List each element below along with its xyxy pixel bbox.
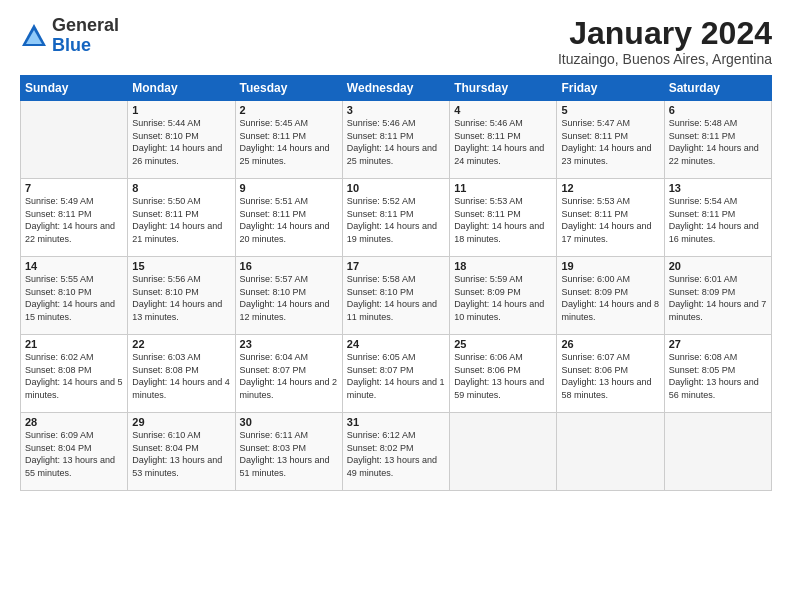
weekday-header: Saturday [664, 76, 771, 101]
calendar-cell: 5Sunrise: 5:47 AMSunset: 8:11 PMDaylight… [557, 101, 664, 179]
calendar-cell [21, 101, 128, 179]
logo: General Blue [20, 16, 119, 56]
day-info: Sunrise: 5:46 AMSunset: 8:11 PMDaylight:… [454, 117, 552, 167]
day-number: 14 [25, 260, 123, 272]
day-number: 18 [454, 260, 552, 272]
calendar-cell: 14Sunrise: 5:55 AMSunset: 8:10 PMDayligh… [21, 257, 128, 335]
day-info: Sunrise: 6:10 AMSunset: 8:04 PMDaylight:… [132, 429, 230, 479]
weekday-header: Wednesday [342, 76, 449, 101]
day-info: Sunrise: 5:56 AMSunset: 8:10 PMDaylight:… [132, 273, 230, 323]
calendar-cell: 24Sunrise: 6:05 AMSunset: 8:07 PMDayligh… [342, 335, 449, 413]
day-info: Sunrise: 5:58 AMSunset: 8:10 PMDaylight:… [347, 273, 445, 323]
day-info: Sunrise: 5:48 AMSunset: 8:11 PMDaylight:… [669, 117, 767, 167]
day-info: Sunrise: 6:06 AMSunset: 8:06 PMDaylight:… [454, 351, 552, 401]
day-number: 22 [132, 338, 230, 350]
weekday-header: Tuesday [235, 76, 342, 101]
calendar-cell: 30Sunrise: 6:11 AMSunset: 8:03 PMDayligh… [235, 413, 342, 491]
calendar-cell: 23Sunrise: 6:04 AMSunset: 8:07 PMDayligh… [235, 335, 342, 413]
day-number: 31 [347, 416, 445, 428]
day-number: 28 [25, 416, 123, 428]
calendar-week-row: 1Sunrise: 5:44 AMSunset: 8:10 PMDaylight… [21, 101, 772, 179]
calendar-cell [664, 413, 771, 491]
day-info: Sunrise: 5:45 AMSunset: 8:11 PMDaylight:… [240, 117, 338, 167]
day-info: Sunrise: 5:44 AMSunset: 8:10 PMDaylight:… [132, 117, 230, 167]
day-info: Sunrise: 5:52 AMSunset: 8:11 PMDaylight:… [347, 195, 445, 245]
day-number: 16 [240, 260, 338, 272]
day-info: Sunrise: 6:12 AMSunset: 8:02 PMDaylight:… [347, 429, 445, 479]
calendar-cell [557, 413, 664, 491]
calendar-cell: 8Sunrise: 5:50 AMSunset: 8:11 PMDaylight… [128, 179, 235, 257]
logo-icon [20, 22, 48, 50]
day-info: Sunrise: 6:02 AMSunset: 8:08 PMDaylight:… [25, 351, 123, 401]
calendar-cell: 1Sunrise: 5:44 AMSunset: 8:10 PMDaylight… [128, 101, 235, 179]
logo-text: General Blue [52, 16, 119, 56]
day-number: 29 [132, 416, 230, 428]
calendar-cell: 28Sunrise: 6:09 AMSunset: 8:04 PMDayligh… [21, 413, 128, 491]
day-info: Sunrise: 5:51 AMSunset: 8:11 PMDaylight:… [240, 195, 338, 245]
day-info: Sunrise: 6:00 AMSunset: 8:09 PMDaylight:… [561, 273, 659, 323]
calendar-cell: 4Sunrise: 5:46 AMSunset: 8:11 PMDaylight… [450, 101, 557, 179]
calendar-cell: 25Sunrise: 6:06 AMSunset: 8:06 PMDayligh… [450, 335, 557, 413]
day-number: 12 [561, 182, 659, 194]
day-info: Sunrise: 6:04 AMSunset: 8:07 PMDaylight:… [240, 351, 338, 401]
calendar-cell: 15Sunrise: 5:56 AMSunset: 8:10 PMDayligh… [128, 257, 235, 335]
calendar-week-row: 28Sunrise: 6:09 AMSunset: 8:04 PMDayligh… [21, 413, 772, 491]
calendar-cell: 27Sunrise: 6:08 AMSunset: 8:05 PMDayligh… [664, 335, 771, 413]
day-info: Sunrise: 6:01 AMSunset: 8:09 PMDaylight:… [669, 273, 767, 323]
day-info: Sunrise: 5:50 AMSunset: 8:11 PMDaylight:… [132, 195, 230, 245]
day-info: Sunrise: 6:07 AMSunset: 8:06 PMDaylight:… [561, 351, 659, 401]
day-number: 23 [240, 338, 338, 350]
day-number: 2 [240, 104, 338, 116]
calendar-cell: 17Sunrise: 5:58 AMSunset: 8:10 PMDayligh… [342, 257, 449, 335]
calendar-cell: 10Sunrise: 5:52 AMSunset: 8:11 PMDayligh… [342, 179, 449, 257]
day-info: Sunrise: 6:09 AMSunset: 8:04 PMDaylight:… [25, 429, 123, 479]
weekday-header-row: SundayMondayTuesdayWednesdayThursdayFrid… [21, 76, 772, 101]
day-number: 6 [669, 104, 767, 116]
calendar-cell: 31Sunrise: 6:12 AMSunset: 8:02 PMDayligh… [342, 413, 449, 491]
weekday-header: Sunday [21, 76, 128, 101]
day-number: 13 [669, 182, 767, 194]
day-number: 20 [669, 260, 767, 272]
day-info: Sunrise: 5:57 AMSunset: 8:10 PMDaylight:… [240, 273, 338, 323]
day-info: Sunrise: 6:08 AMSunset: 8:05 PMDaylight:… [669, 351, 767, 401]
calendar-cell [450, 413, 557, 491]
calendar-cell: 7Sunrise: 5:49 AMSunset: 8:11 PMDaylight… [21, 179, 128, 257]
weekday-header: Monday [128, 76, 235, 101]
calendar-cell: 19Sunrise: 6:00 AMSunset: 8:09 PMDayligh… [557, 257, 664, 335]
location: Ituzaingo, Buenos Aires, Argentina [558, 51, 772, 67]
day-number: 10 [347, 182, 445, 194]
day-info: Sunrise: 5:53 AMSunset: 8:11 PMDaylight:… [454, 195, 552, 245]
calendar-cell: 26Sunrise: 6:07 AMSunset: 8:06 PMDayligh… [557, 335, 664, 413]
calendar-cell: 22Sunrise: 6:03 AMSunset: 8:08 PMDayligh… [128, 335, 235, 413]
calendar-cell: 29Sunrise: 6:10 AMSunset: 8:04 PMDayligh… [128, 413, 235, 491]
day-info: Sunrise: 6:11 AMSunset: 8:03 PMDaylight:… [240, 429, 338, 479]
day-number: 17 [347, 260, 445, 272]
day-info: Sunrise: 6:05 AMSunset: 8:07 PMDaylight:… [347, 351, 445, 401]
day-number: 15 [132, 260, 230, 272]
calendar-cell: 2Sunrise: 5:45 AMSunset: 8:11 PMDaylight… [235, 101, 342, 179]
day-number: 7 [25, 182, 123, 194]
day-info: Sunrise: 5:53 AMSunset: 8:11 PMDaylight:… [561, 195, 659, 245]
calendar-cell: 13Sunrise: 5:54 AMSunset: 8:11 PMDayligh… [664, 179, 771, 257]
calendar-cell: 9Sunrise: 5:51 AMSunset: 8:11 PMDaylight… [235, 179, 342, 257]
calendar-cell: 20Sunrise: 6:01 AMSunset: 8:09 PMDayligh… [664, 257, 771, 335]
day-info: Sunrise: 5:49 AMSunset: 8:11 PMDaylight:… [25, 195, 123, 245]
calendar-cell: 18Sunrise: 5:59 AMSunset: 8:09 PMDayligh… [450, 257, 557, 335]
day-info: Sunrise: 5:54 AMSunset: 8:11 PMDaylight:… [669, 195, 767, 245]
calendar-week-row: 7Sunrise: 5:49 AMSunset: 8:11 PMDaylight… [21, 179, 772, 257]
day-number: 27 [669, 338, 767, 350]
calendar-page: General Blue January 2024 Ituzaingo, Bue… [0, 0, 792, 612]
day-number: 30 [240, 416, 338, 428]
calendar-cell: 12Sunrise: 5:53 AMSunset: 8:11 PMDayligh… [557, 179, 664, 257]
calendar-cell: 21Sunrise: 6:02 AMSunset: 8:08 PMDayligh… [21, 335, 128, 413]
day-number: 1 [132, 104, 230, 116]
calendar-week-row: 21Sunrise: 6:02 AMSunset: 8:08 PMDayligh… [21, 335, 772, 413]
calendar-table: SundayMondayTuesdayWednesdayThursdayFrid… [20, 75, 772, 491]
day-number: 8 [132, 182, 230, 194]
day-number: 26 [561, 338, 659, 350]
calendar-cell: 3Sunrise: 5:46 AMSunset: 8:11 PMDaylight… [342, 101, 449, 179]
title-block: January 2024 Ituzaingo, Buenos Aires, Ar… [558, 16, 772, 67]
calendar-week-row: 14Sunrise: 5:55 AMSunset: 8:10 PMDayligh… [21, 257, 772, 335]
calendar-cell: 6Sunrise: 5:48 AMSunset: 8:11 PMDaylight… [664, 101, 771, 179]
day-number: 9 [240, 182, 338, 194]
